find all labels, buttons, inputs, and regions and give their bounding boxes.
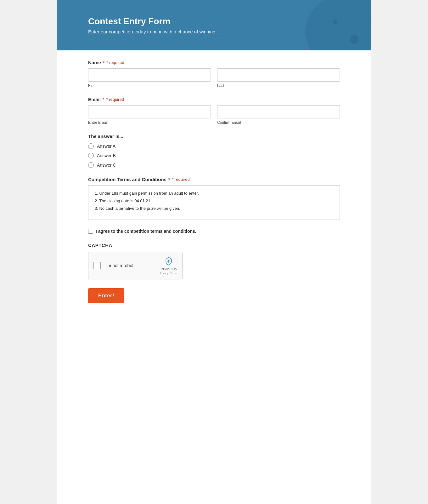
captcha-not-robot-text: I'm not a robot: [105, 263, 133, 268]
terms-item-2: 2. The closing date is 04.01.21.: [95, 198, 335, 204]
recaptcha-icon: [164, 256, 174, 266]
terms-item-1: 1. Under 18s must gain permission from a…: [95, 190, 335, 197]
radio-answer-a-input[interactable]: [88, 143, 94, 149]
captcha-box: I'm not a robot reCAPTCHA Privacy · Term…: [88, 252, 183, 279]
last-name-label: Last: [217, 83, 340, 88]
radio-answer-c[interactable]: Answer C: [88, 162, 340, 168]
last-name-input[interactable]: [217, 68, 340, 82]
agree-checkbox[interactable]: [88, 229, 93, 234]
svg-point-3: [350, 35, 358, 44]
terms-label: Competition Terms and Conditions * * req…: [88, 177, 340, 182]
radio-answer-b[interactable]: Answer B: [88, 153, 340, 158]
last-name-col: Last: [217, 68, 340, 88]
email-col: Enter Email: [88, 105, 211, 125]
banner-title: Contest Entry Form: [88, 16, 340, 26]
captcha-checkbox[interactable]: [93, 262, 101, 269]
name-label: Name * * required: [88, 60, 340, 65]
radio-options: Answer A Answer B Answer C: [88, 143, 340, 168]
recaptcha-brand: reCAPTCHA: [160, 267, 177, 271]
radio-answer-b-label: Answer B: [97, 153, 116, 158]
email-input[interactable]: [88, 105, 211, 118]
email-sub-label: Enter Email: [88, 120, 211, 125]
email-input-row: Enter Email Confirm Email: [88, 105, 340, 125]
terms-item-3: 3. No cash alternative to the prize will…: [95, 205, 335, 212]
terms-list: 1. Under 18s must gain permission from a…: [93, 190, 335, 212]
name-input-row: First Last: [88, 68, 340, 88]
radio-answer-a-label: Answer A: [97, 144, 115, 149]
captcha-field-group: CAPTCHA I'm not a robot reCAPTCHA Privac…: [88, 243, 340, 279]
radio-answer-c-label: Answer C: [97, 163, 116, 168]
page-wrapper: Contest Entry Form Enter our competition…: [57, 0, 371, 504]
confirm-email-input[interactable]: [217, 105, 340, 118]
answer-question: The answer is...: [88, 134, 340, 139]
banner-subtitle: Enter our competition today to be in wit…: [88, 29, 340, 34]
first-name-col: First: [88, 68, 211, 88]
agree-checkbox-label[interactable]: I agree to the competition terms and con…: [88, 229, 340, 234]
email-field-group: Email * * required Enter Email Confirm E…: [88, 97, 340, 125]
captcha-left: I'm not a robot: [93, 262, 133, 269]
confirm-email-sub-label: Confirm Email: [217, 120, 340, 125]
recaptcha-links: Privacy · Terms: [160, 272, 177, 275]
form-body: Name * * required First Last Email * *: [57, 50, 371, 322]
radio-answer-b-input[interactable]: [88, 153, 94, 158]
answer-field-group: The answer is... Answer A Answer B Answe…: [88, 134, 340, 168]
name-field-group: Name * * required First Last: [88, 60, 340, 88]
terms-field-group: Competition Terms and Conditions * * req…: [88, 177, 340, 220]
agree-text: I agree to the competition terms and con…: [96, 229, 196, 234]
radio-answer-c-input[interactable]: [88, 162, 94, 168]
first-name-label: First: [88, 83, 211, 88]
captcha-right: reCAPTCHA Privacy · Terms: [160, 256, 177, 275]
first-name-input[interactable]: [88, 68, 211, 82]
submit-button[interactable]: Enter!: [88, 288, 124, 303]
radio-answer-a[interactable]: Answer A: [88, 143, 340, 149]
email-label: Email * * required: [88, 97, 340, 102]
terms-box[interactable]: 1. Under 18s must gain permission from a…: [88, 185, 340, 220]
captcha-label: CAPTCHA: [88, 243, 340, 248]
confirm-email-col: Confirm Email: [217, 105, 340, 125]
banner-section: Contest Entry Form Enter our competition…: [57, 0, 371, 50]
